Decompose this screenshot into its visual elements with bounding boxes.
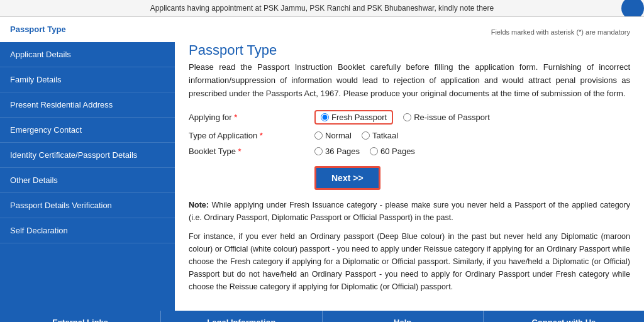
reissue-passport-option[interactable]: Re-issue of Passport bbox=[403, 113, 490, 122]
top-bar-text: Applicants having appointment at PSK Jam… bbox=[6, 4, 638, 13]
mandatory-note: Fields marked with asterisk (*) are mand… bbox=[189, 28, 630, 36]
main-content: Fields marked with asterisk (*) are mand… bbox=[175, 17, 644, 311]
booklet-type-radio-group: 36 Pages 60 Pages bbox=[314, 147, 415, 156]
note-section: Note: While applying under Fresh Issuanc… bbox=[189, 199, 630, 293]
tatkaal-option[interactable]: Tatkaal bbox=[362, 131, 398, 140]
type-of-application-row: Type of Application * Normal Tatkaal bbox=[189, 131, 630, 140]
applying-for-radio-group: Fresh Passport Re-issue of Passport bbox=[314, 110, 490, 125]
reissue-passport-radio[interactable] bbox=[403, 113, 411, 121]
60-pages-option[interactable]: 60 Pages bbox=[370, 147, 415, 156]
36-pages-radio[interactable] bbox=[314, 147, 323, 155]
applying-for-row: Applying for * Fresh Passport Re-issue o… bbox=[189, 110, 630, 125]
note-paragraph-1: Note: While applying under Fresh Issuanc… bbox=[189, 199, 630, 224]
type-of-application-label: Type of Application * bbox=[189, 131, 314, 140]
instruction-text: Please read the Passport Instruction Boo… bbox=[189, 61, 630, 100]
sidebar-item-family-details[interactable]: Family Details bbox=[0, 67, 175, 92]
sidebar-item-identity-certificate[interactable]: Identity Certificate/Passport Details bbox=[0, 143, 175, 168]
sidebar-item-applicant-details[interactable]: Applicant Details bbox=[0, 42, 175, 67]
top-notification-bar: Applicants having appointment at PSK Jam… bbox=[0, 0, 644, 17]
sidebar-item-self-declaration[interactable]: Self Declaration bbox=[0, 218, 175, 243]
sidebar-item-other-details[interactable]: Other Details bbox=[0, 168, 175, 193]
applying-for-label: Applying for * bbox=[189, 113, 314, 122]
next-button[interactable]: Next >> bbox=[314, 166, 380, 190]
36-pages-label: 36 Pages bbox=[325, 147, 360, 156]
60-pages-label: 60 Pages bbox=[380, 147, 415, 156]
fresh-passport-radio[interactable] bbox=[321, 113, 329, 121]
sidebar-item-passport-type[interactable]: Passport Type bbox=[0, 17, 175, 42]
top-bar-circle-icon bbox=[621, 0, 644, 17]
page-title: Passport Type bbox=[189, 42, 630, 58]
footer-item-legal-information[interactable]: Legal Information bbox=[161, 311, 322, 322]
fresh-passport-option[interactable]: Fresh Passport bbox=[314, 110, 393, 125]
tatkaal-radio[interactable] bbox=[362, 131, 370, 140]
normal-label: Normal bbox=[325, 131, 352, 140]
normal-option[interactable]: Normal bbox=[314, 131, 352, 140]
tatkaal-label: Tatkaal bbox=[372, 131, 398, 140]
next-button-container: Next >> bbox=[314, 166, 630, 190]
normal-radio[interactable] bbox=[314, 131, 323, 140]
booklet-type-row: Booklet Type * 36 Pages 60 Pages bbox=[189, 147, 630, 156]
type-of-application-radio-group: Normal Tatkaal bbox=[314, 131, 398, 140]
note-text-1: While applying under Fresh Issuance cate… bbox=[189, 201, 630, 222]
reissue-passport-label: Re-issue of Passport bbox=[414, 113, 490, 122]
sidebar-item-passport-verification[interactable]: Passport Details Verification bbox=[0, 193, 175, 218]
footer-item-help[interactable]: Help bbox=[323, 311, 484, 322]
note-paragraph-2: For instance, if you ever held an Ordina… bbox=[189, 230, 630, 293]
applying-for-required: * bbox=[234, 113, 237, 122]
sidebar-item-present-residential[interactable]: Present Residential Address bbox=[0, 92, 175, 118]
60-pages-radio[interactable] bbox=[370, 147, 378, 155]
footer: External LinksLegal InformationHelpConne… bbox=[0, 311, 644, 322]
sidebar-item-emergency-contact[interactable]: Emergency Contact bbox=[0, 118, 175, 143]
36-pages-option[interactable]: 36 Pages bbox=[314, 147, 360, 156]
note-label: Note: bbox=[189, 201, 209, 209]
footer-item-external-links[interactable]: External Links bbox=[0, 311, 161, 322]
passport-form: Applying for * Fresh Passport Re-issue o… bbox=[189, 110, 630, 156]
main-layout: Passport TypeApplicant DetailsFamily Det… bbox=[0, 17, 644, 311]
sidebar: Passport TypeApplicant DetailsFamily Det… bbox=[0, 17, 175, 311]
footer-item-connect-with-us[interactable]: Connect with Us bbox=[484, 311, 644, 322]
fresh-passport-label: Fresh Passport bbox=[331, 113, 387, 122]
booklet-type-label: Booklet Type * bbox=[189, 147, 314, 156]
